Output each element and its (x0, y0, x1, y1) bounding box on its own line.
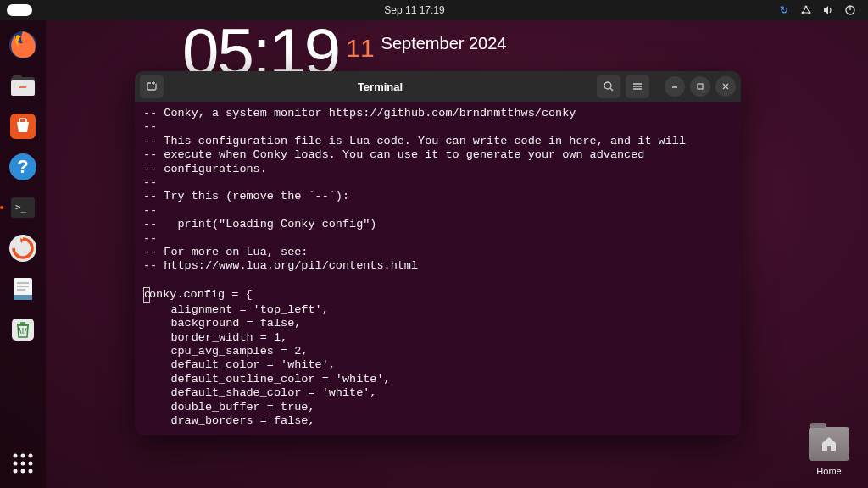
svg-point-27 (14, 462, 18, 466)
top-bar: Sep 11 17:19 ↻ (0, 0, 868, 20)
home-folder-icon (809, 427, 849, 461)
activities-pill[interactable] (7, 4, 32, 16)
svg-rect-43 (698, 84, 703, 89)
dock-help[interactable]: ? (5, 149, 41, 185)
desktop-clock-month: September 2024 (381, 34, 507, 53)
terminal-title: Terminal (169, 80, 592, 93)
volume-icon[interactable] (822, 4, 834, 16)
svg-point-24 (14, 454, 18, 458)
dock-software-updater[interactable] (5, 230, 41, 266)
desktop-clock-widget: 05:19 11 September 2024 (182, 36, 506, 69)
svg-point-31 (21, 469, 25, 474)
svg-rect-33 (147, 83, 156, 90)
svg-rect-21 (14, 295, 32, 300)
svg-line-38 (610, 88, 613, 91)
svg-point-26 (29, 454, 33, 458)
desktop-clock-time: 05:19 (182, 36, 339, 69)
hamburger-menu-button[interactable] (626, 75, 649, 98)
dock: ? >_ (0, 20, 46, 488)
terminal-window: Terminal -- Conky, a system monitor http… (135, 71, 741, 435)
close-button[interactable] (715, 76, 736, 97)
dock-files[interactable] (5, 68, 41, 103)
refresh-icon[interactable]: ↻ (778, 4, 790, 16)
svg-rect-23 (17, 324, 29, 326)
dock-software-center[interactable] (5, 108, 41, 144)
dock-text-editor[interactable] (5, 271, 41, 307)
svg-text:?: ? (17, 156, 28, 177)
minimize-button[interactable] (665, 76, 685, 97)
svg-point-28 (21, 462, 25, 466)
svg-rect-9 (19, 86, 26, 88)
desktop-home-label: Home (809, 466, 849, 476)
svg-point-25 (21, 454, 25, 458)
search-button[interactable] (597, 75, 620, 98)
svg-point-37 (604, 82, 611, 89)
svg-rect-8 (13, 75, 22, 80)
dock-terminal[interactable]: >_ (5, 190, 41, 225)
svg-point-30 (14, 469, 18, 474)
svg-text:>_: >_ (15, 202, 27, 213)
desktop-clock-day: 11 (346, 34, 374, 63)
new-tab-button[interactable] (140, 75, 164, 98)
terminal-titlebar[interactable]: Terminal (135, 71, 741, 102)
svg-point-29 (29, 462, 33, 466)
svg-point-32 (29, 469, 33, 474)
power-icon[interactable] (844, 4, 856, 16)
dock-firefox[interactable] (5, 27, 41, 63)
maximize-button[interactable] (690, 76, 710, 97)
dock-show-apps[interactable] (5, 446, 41, 481)
topbar-datetime[interactable]: Sep 11 17:19 (51, 4, 778, 16)
desktop-home-icon[interactable]: Home (809, 427, 849, 476)
network-icon[interactable] (800, 4, 812, 16)
terminal-body[interactable]: -- Conky, a system monitor https://githu… (135, 102, 741, 435)
dock-trash[interactable] (5, 312, 41, 347)
